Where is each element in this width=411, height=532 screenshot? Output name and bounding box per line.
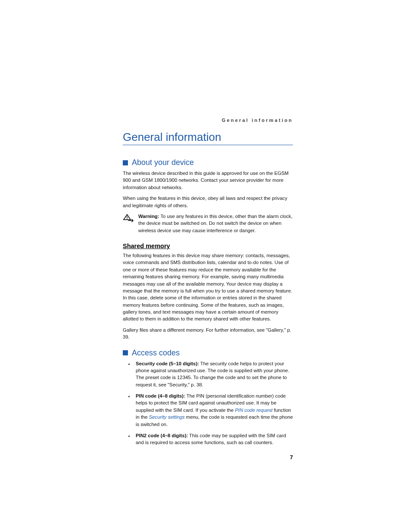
section-access-codes: Access codes Security code (5–10 digits)… — [123, 348, 293, 446]
warning-block: Warning: To use any features in this dev… — [123, 213, 293, 234]
section-heading: About your device — [123, 158, 293, 167]
warning-icon — [123, 214, 134, 224]
code-label: Security code (5–10 digits): — [136, 361, 199, 366]
subheading-shared-memory: Shared memory — [123, 243, 293, 249]
document-page: General information General information … — [123, 118, 293, 451]
body-paragraph: When using the features in this device, … — [123, 195, 293, 209]
list-item: Security code (5–10 digits): The securit… — [134, 360, 293, 389]
svg-point-1 — [127, 218, 128, 219]
chapter-title: General information — [123, 131, 293, 145]
page-number: 7 — [290, 454, 293, 460]
code-label: PIN2 code (4–8 digits): — [136, 433, 188, 438]
code-label: PIN code (4–8 digits): — [136, 393, 185, 398]
square-bullet-icon — [123, 160, 128, 165]
section-heading: Access codes — [123, 348, 293, 358]
warning-text: Warning: To use any features in this dev… — [138, 213, 293, 234]
link-pin-code-request[interactable]: PIN code request — [235, 408, 272, 413]
body-paragraph: Gallery files share a different memory. … — [123, 327, 293, 341]
list-item: PIN2 code (4–8 digits): This code may be… — [134, 432, 293, 446]
link-security-settings[interactable]: Security settings — [149, 414, 185, 420]
access-codes-list: Security code (5–10 digits): The securit… — [123, 360, 293, 446]
list-item: PIN code (4–8 digits): The PIN (personal… — [134, 392, 293, 428]
section-title: About your device — [132, 158, 194, 167]
square-bullet-icon — [123, 350, 128, 355]
running-header: General information — [123, 118, 293, 123]
section-about-your-device: About your device The wireless device de… — [123, 158, 293, 341]
body-paragraph: The wireless device described in this gu… — [123, 170, 293, 191]
warning-label: Warning: — [138, 214, 159, 219]
section-title: Access codes — [132, 348, 180, 358]
body-paragraph: The following features in this device ma… — [123, 252, 293, 323]
